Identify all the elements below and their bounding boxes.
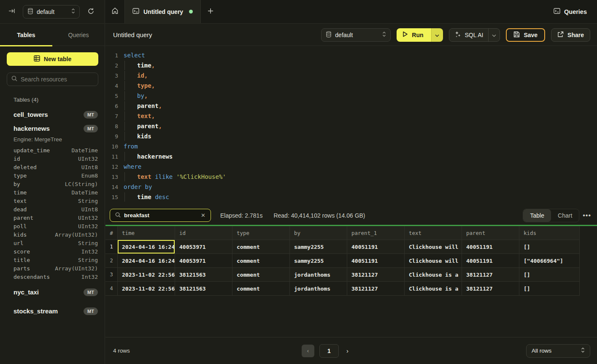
- results-search[interactable]: ✕: [110, 209, 211, 222]
- table-cell[interactable]: Clickhouse is a …: [405, 282, 462, 296]
- run-button[interactable]: Run: [397, 28, 431, 42]
- refresh-button[interactable]: [86, 6, 96, 18]
- table-cell[interactable]: []: [519, 268, 580, 282]
- table-cell[interactable]: ["40066964"]: [519, 254, 580, 268]
- pagination: ‹ 1 ›: [302, 344, 351, 358]
- table-cell[interactable]: []: [519, 282, 580, 296]
- table-cell[interactable]: jordanthoms: [290, 282, 347, 296]
- code-line: 2time,: [105, 60, 597, 70]
- database-selector-main[interactable]: default: [321, 28, 391, 42]
- prev-page-button[interactable]: ‹: [302, 345, 314, 357]
- table-cell[interactable]: sammy2255: [290, 254, 347, 268]
- table-cell[interactable]: 40051191: [462, 254, 519, 268]
- table-cell[interactable]: 2024-04-16 16:24…: [118, 254, 175, 268]
- table-cell[interactable]: Clickhouse is a …: [405, 268, 462, 282]
- read-stat: Read: 40,414,102 rows (14.06 GB): [273, 212, 365, 219]
- table-cell[interactable]: 40051191: [462, 240, 519, 254]
- database-selector-top[interactable]: default: [23, 5, 80, 19]
- column-header[interactable]: id: [175, 226, 232, 240]
- column-header[interactable]: time: [118, 226, 175, 240]
- table-cell[interactable]: 2023-11-02 22:56…: [118, 268, 175, 282]
- chevron-updown-icon: [71, 8, 75, 15]
- table-cell[interactable]: comment: [232, 268, 290, 282]
- table-cell[interactable]: jordanthoms: [290, 268, 347, 282]
- run-options-button[interactable]: [431, 28, 443, 42]
- new-table-button[interactable]: New table: [7, 52, 98, 66]
- table-cell[interactable]: comment: [232, 254, 290, 268]
- table-cell[interactable]: 40053971: [175, 254, 232, 268]
- query-title: Untitled query: [113, 31, 152, 38]
- tab-untitled-query[interactable]: Untitled query: [124, 0, 201, 23]
- sql-ai-options-button[interactable]: [488, 29, 500, 41]
- row-number[interactable]: 2: [105, 254, 118, 268]
- row-number[interactable]: 4: [105, 282, 118, 296]
- collapse-sidebar-button[interactable]: [7, 6, 17, 17]
- column-header[interactable]: parent_1: [347, 226, 405, 240]
- table-cell[interactable]: 40053971: [175, 240, 232, 254]
- column-row: titleString: [14, 256, 98, 264]
- table-cell[interactable]: 38121563: [175, 282, 232, 296]
- share-button[interactable]: Share: [551, 28, 590, 42]
- view-toggle: Table Chart: [523, 209, 579, 222]
- code-line: 13text ilike '%ClickHouse%': [105, 172, 597, 182]
- table-cell[interactable]: Clickhouse will …: [405, 254, 462, 268]
- sidebar-search-input[interactable]: [21, 76, 94, 83]
- queries-button[interactable]: Queries: [554, 8, 587, 15]
- table-cell[interactable]: 40051191: [347, 254, 405, 268]
- table-cell[interactable]: 38121127: [347, 282, 405, 296]
- column-name: parent: [14, 215, 33, 221]
- more-options-button[interactable]: •••: [583, 212, 591, 219]
- column-type: String: [78, 198, 98, 204]
- table-cell[interactable]: []: [519, 240, 580, 254]
- view-toggle-table[interactable]: Table: [523, 209, 551, 222]
- next-page-button[interactable]: ›: [344, 347, 351, 354]
- sidebar-item-nyc-taxi[interactable]: nyc_taxi MT: [14, 285, 98, 299]
- row-number[interactable]: 1: [105, 240, 118, 254]
- line-number: 10: [105, 143, 118, 150]
- column-header[interactable]: kids: [519, 226, 580, 240]
- table-cell[interactable]: comment: [232, 240, 290, 254]
- column-type: Int32: [81, 274, 98, 280]
- line-number: 11: [105, 154, 118, 160]
- table-cell[interactable]: sammy2255: [290, 240, 347, 254]
- home-button[interactable]: [105, 0, 124, 23]
- table-cell[interactable]: comment: [232, 282, 290, 296]
- column-header[interactable]: by: [290, 226, 347, 240]
- column-header[interactable]: text: [405, 226, 462, 240]
- sql-ai-label: SQL AI: [465, 32, 484, 38]
- page-size-selector[interactable]: All rows: [526, 344, 590, 358]
- collapse-sidebar-icon: [8, 8, 15, 16]
- line-number: 15: [105, 194, 118, 200]
- sql-ai-button[interactable]: SQL AI: [449, 31, 489, 39]
- sidebar-search[interactable]: [7, 73, 98, 86]
- engine-label: Engine: MergeTree: [14, 136, 105, 143]
- results-search-input[interactable]: [124, 212, 197, 218]
- table-cell[interactable]: 38121127: [347, 268, 405, 282]
- current-page[interactable]: 1: [319, 344, 339, 358]
- table-cell[interactable]: Clickhouse will …: [405, 240, 462, 254]
- table-cell[interactable]: 38121127: [462, 282, 519, 296]
- column-header[interactable]: #: [105, 226, 118, 240]
- view-toggle-chart[interactable]: Chart: [551, 209, 579, 222]
- table-cell[interactable]: 2024-04-16 16:24…: [118, 240, 175, 254]
- save-button[interactable]: Save: [506, 28, 545, 42]
- sidebar-item-cell-towers[interactable]: cell_towers MT: [14, 108, 98, 121]
- new-tab-button[interactable]: [201, 0, 220, 23]
- table-cell[interactable]: 2023-11-02 22:56…: [118, 282, 175, 296]
- table-cell[interactable]: 40051191: [347, 240, 405, 254]
- close-icon: ✕: [201, 212, 205, 218]
- sidebar-item-hackernews[interactable]: hackernews MT: [14, 121, 98, 135]
- column-header[interactable]: parent: [462, 226, 519, 240]
- table-cell[interactable]: 38121127: [462, 268, 519, 282]
- search-icon: [11, 75, 17, 83]
- row-number[interactable]: 3: [105, 268, 118, 282]
- code-line: 12where: [105, 162, 597, 172]
- clear-search-button[interactable]: ✕: [201, 212, 205, 218]
- line-number: 14: [105, 184, 118, 190]
- sidebar-item-stocks-stream[interactable]: stocks_stream MT: [14, 304, 98, 318]
- sql-editor[interactable]: 1select2time,3id,4type,5by,6parent,7text…: [105, 46, 597, 206]
- column-header[interactable]: type: [232, 226, 290, 240]
- sidebar-tab-queries[interactable]: Queries: [52, 24, 105, 46]
- sidebar-tab-tables[interactable]: Tables: [0, 24, 52, 46]
- table-cell[interactable]: 38121563: [175, 268, 232, 282]
